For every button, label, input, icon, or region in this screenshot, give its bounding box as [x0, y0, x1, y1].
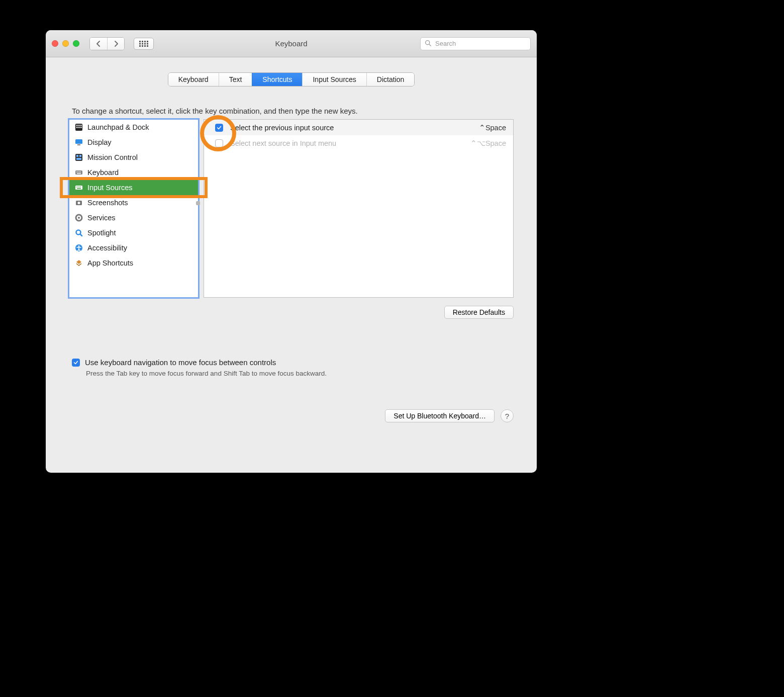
shortcut-list[interactable]: Select the previous input source⌃SpaceSe…: [204, 119, 514, 298]
keyboard-nav-checkbox[interactable]: [72, 359, 80, 367]
keyboard-icon: [74, 183, 83, 192]
svg-rect-16: [78, 125, 80, 126]
sidebar-item-label: Mission Control: [87, 153, 138, 161]
svg-rect-33: [75, 186, 82, 190]
svg-rect-18: [76, 127, 78, 128]
svg-point-46: [78, 245, 80, 247]
sidebar-item-spotlight[interactable]: Spotlight: [69, 225, 198, 240]
svg-rect-27: [75, 170, 82, 175]
shortcut-label: Select next source in Input menu: [230, 139, 336, 147]
tab-text[interactable]: Text: [219, 73, 252, 86]
display-icon: [74, 138, 83, 147]
gear-icon: [74, 213, 83, 222]
category-sidebar[interactable]: Launchpad & DockDisplayMission ControlKe…: [69, 119, 199, 298]
sidebar-item-label: Launchpad & Dock: [87, 123, 149, 131]
svg-rect-2: [144, 41, 146, 42]
back-button[interactable]: [90, 38, 107, 50]
svg-rect-1: [142, 41, 143, 42]
svg-rect-26: [76, 158, 81, 160]
keyboard-nav-sub: Press the Tab key to move focus forward …: [86, 370, 514, 377]
svg-rect-5: [142, 43, 143, 44]
sidebar-item-keyboard[interactable]: Keyboard: [69, 165, 198, 180]
sidebar-item-services[interactable]: Services: [69, 210, 198, 225]
panes: Launchpad & DockDisplayMission ControlKe…: [69, 119, 514, 298]
titlebar: Keyboard: [46, 30, 537, 57]
sidebar-item-label: Input Sources: [87, 184, 132, 192]
screenshot-icon: [74, 198, 83, 207]
instruction-text: To change a shortcut, select it, click t…: [72, 107, 514, 115]
show-all-button[interactable]: [134, 38, 154, 50]
minimize-window-button[interactable]: [62, 40, 69, 47]
svg-rect-8: [139, 45, 141, 47]
tab-dictation[interactable]: Dictation: [366, 73, 414, 86]
sidebar-item-label: Display: [87, 138, 112, 146]
sidebar-item-input-sources[interactable]: Input Sources: [69, 180, 198, 195]
sidebar-item-label: Spotlight: [87, 229, 116, 237]
svg-rect-28: [76, 171, 77, 172]
search-input[interactable]: [434, 39, 526, 48]
svg-rect-38: [77, 188, 81, 189]
sidebar-item-display[interactable]: Display: [69, 135, 198, 150]
svg-line-44: [80, 234, 82, 236]
footer: Use keyboard navigation to move focus be…: [69, 358, 514, 377]
app-icon: [74, 258, 83, 268]
tab-shortcuts[interactable]: Shortcuts: [252, 73, 302, 86]
svg-rect-10: [144, 45, 146, 47]
svg-point-40: [78, 202, 80, 204]
sidebar-item-screenshots[interactable]: Screenshots: [69, 195, 198, 210]
sidebar-item-accessibility[interactable]: Accessibility: [69, 240, 198, 255]
svg-rect-6: [144, 43, 146, 44]
svg-rect-29: [78, 171, 79, 172]
shortcut-checkbox[interactable]: [215, 124, 223, 132]
forward-button[interactable]: [107, 38, 124, 50]
shortcut-key[interactable]: ⌃Space: [479, 124, 506, 132]
svg-rect-4: [139, 43, 141, 44]
svg-rect-35: [78, 187, 79, 188]
svg-rect-7: [147, 43, 148, 44]
shortcut-label: Select the previous input source: [230, 124, 334, 132]
search-box[interactable]: [420, 37, 531, 50]
svg-rect-25: [79, 155, 81, 157]
help-button[interactable]: ?: [501, 409, 514, 422]
window-controls: [52, 40, 79, 47]
svg-rect-20: [80, 127, 82, 128]
sidebar-item-label: Accessibility: [87, 244, 127, 252]
tab-keyboard[interactable]: Keyboard: [168, 73, 219, 86]
spotlight-icon: [74, 228, 83, 237]
svg-rect-19: [78, 127, 80, 128]
svg-rect-34: [76, 187, 77, 188]
svg-rect-31: [80, 171, 81, 172]
close-window-button[interactable]: [52, 40, 58, 47]
tabbar: KeyboardTextShortcutsInput SourcesDictat…: [168, 72, 415, 86]
keyboard-nav-label: Use keyboard navigation to move focus be…: [85, 358, 276, 367]
svg-rect-9: [142, 45, 143, 47]
sidebar-item-label: App Shortcuts: [87, 259, 133, 267]
sidebar-item-launchpad-dock[interactable]: Launchpad & Dock: [69, 120, 198, 135]
accessibility-icon: [74, 243, 83, 252]
sidebar-item-label: Services: [87, 214, 116, 222]
svg-point-42: [78, 217, 80, 219]
svg-rect-24: [76, 155, 78, 157]
preferences-window: Keyboard KeyboardTextShortcutsInput Sour…: [46, 30, 537, 473]
bluetooth-keyboard-button[interactable]: Set Up Bluetooth Keyboard…: [385, 409, 495, 422]
shortcut-key[interactable]: ⌃⌥Space: [470, 139, 506, 147]
sidebar-item-mission-control[interactable]: Mission Control: [69, 150, 198, 165]
svg-rect-3: [147, 41, 148, 42]
zoom-window-button[interactable]: [73, 40, 79, 47]
shortcut-row[interactable]: Select next source in Input menu⌃⌥Space: [204, 135, 513, 151]
tab-input-sources[interactable]: Input Sources: [302, 73, 366, 86]
shortcut-checkbox[interactable]: [215, 139, 223, 147]
svg-rect-30: [79, 171, 80, 172]
sidebar-item-label: Keyboard: [87, 168, 119, 177]
svg-rect-21: [75, 139, 82, 144]
shortcut-row[interactable]: Select the previous input source⌃Space: [204, 120, 513, 135]
restore-defaults-button[interactable]: Restore Defaults: [444, 306, 514, 319]
sidebar-item-app-shortcuts[interactable]: App Shortcuts: [69, 255, 198, 271]
svg-rect-15: [76, 125, 78, 126]
svg-rect-22: [77, 144, 80, 145]
search-icon: [425, 40, 431, 48]
sidebar-item-label: Screenshots: [87, 199, 128, 207]
mission-icon: [74, 153, 83, 162]
svg-rect-17: [80, 125, 82, 126]
svg-line-13: [429, 44, 431, 45]
